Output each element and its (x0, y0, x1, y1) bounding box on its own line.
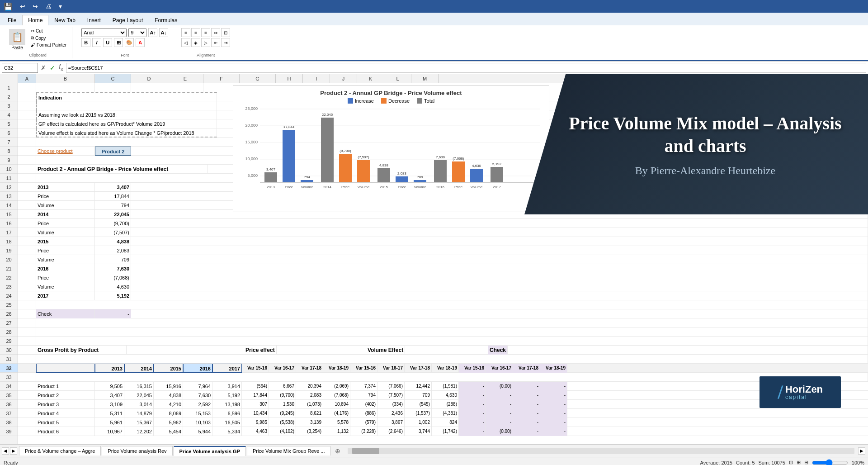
cell-a30[interactable] (18, 346, 36, 355)
cell-a35[interactable] (18, 391, 36, 400)
row-4[interactable]: 4 (0, 110, 18, 119)
row-30[interactable]: 30 (0, 346, 18, 355)
cell-a34[interactable] (18, 382, 36, 391)
cell-rest21[interactable] (131, 264, 868, 273)
cell-a18[interactable] (18, 237, 36, 246)
cell-rest33[interactable] (36, 373, 868, 382)
sheet-tab-1[interactable]: Price & Volume change – Aggre (19, 446, 101, 456)
align-right-btn[interactable]: ▷ (201, 38, 210, 47)
cell-rest17[interactable] (131, 228, 868, 237)
scrollbar-thumb[interactable] (352, 448, 379, 454)
increase-font-btn[interactable]: A↑ (148, 28, 157, 37)
cell-rest22[interactable] (131, 273, 868, 282)
cell-a38[interactable] (18, 418, 36, 427)
cell-d1[interactable] (131, 83, 167, 92)
align-top-right-btn[interactable]: ≡ (201, 28, 210, 37)
tab-nav-right[interactable]: ▶ (10, 447, 17, 455)
normal-view-icon[interactable]: ⊡ (789, 460, 793, 465)
align-top-left-btn[interactable]: ≡ (181, 28, 190, 37)
cell-rest25[interactable] (36, 300, 868, 309)
cell-a24[interactable] (18, 291, 36, 300)
row-37[interactable]: 37 (0, 409, 18, 418)
more-tools-icon[interactable]: ▾ (59, 3, 62, 10)
cell-a37[interactable] (18, 409, 36, 418)
tab-page-layout[interactable]: Page Layout (107, 15, 149, 25)
row-10[interactable]: 10 (0, 165, 18, 174)
horizontal-scrollbar[interactable] (348, 448, 854, 454)
row-3[interactable]: 3 (0, 101, 18, 110)
cell-a4[interactable] (18, 110, 36, 119)
cell-rest19[interactable] (131, 246, 868, 255)
cell-a26[interactable] (18, 309, 36, 318)
cell-a5[interactable] (18, 119, 36, 128)
cell-a33[interactable] (18, 373, 36, 382)
row-6[interactable]: 6 (0, 128, 18, 138)
redo-icon[interactable]: ↪ (33, 3, 38, 10)
tab-file[interactable]: File (2, 15, 22, 25)
cancel-formula-icon[interactable]: ✗ (40, 64, 47, 71)
cell-b1[interactable] (36, 83, 95, 92)
row-31[interactable]: 31 (0, 355, 18, 364)
row-24[interactable]: 24 (0, 291, 18, 300)
cell-rest24[interactable] (131, 291, 868, 300)
row-32[interactable]: 32 (0, 364, 18, 373)
tab-home[interactable]: Home (22, 15, 48, 25)
sheet-tab-2[interactable]: Price Volume analysis Rev (102, 446, 172, 456)
col-header-k[interactable]: K (357, 74, 384, 83)
borders-button[interactable]: ⊞ (114, 38, 123, 47)
row-27[interactable]: 27 (0, 318, 18, 327)
cell-a12[interactable] (18, 183, 36, 192)
cell-a16[interactable] (18, 219, 36, 228)
cell-b3[interactable] (36, 101, 217, 110)
cell-rest20[interactable] (131, 255, 868, 264)
bold-button[interactable]: B (81, 38, 90, 47)
col-header-b[interactable]: B (36, 74, 95, 83)
row-8[interactable]: 8 (0, 147, 18, 156)
cell-a11[interactable] (18, 174, 36, 183)
align-top-center-btn[interactable]: ≡ (191, 28, 200, 37)
font-size-select[interactable]: 9 (128, 28, 146, 37)
page-layout-icon[interactable]: ⊞ (797, 460, 801, 465)
cell-a9[interactable] (18, 156, 36, 165)
row-2[interactable]: 2 (0, 92, 18, 101)
cell-a36[interactable] (18, 400, 36, 409)
print-icon[interactable]: 🖨 (45, 3, 52, 10)
cell-a31[interactable] (18, 355, 36, 364)
row-5[interactable]: 5 (0, 119, 18, 128)
cell-rest27[interactable] (36, 318, 868, 327)
col-header-c[interactable]: C (95, 74, 131, 83)
row-25[interactable]: 25 (0, 300, 18, 309)
col-header-j[interactable]: J (330, 74, 357, 83)
name-box[interactable] (2, 63, 38, 73)
font-color-button[interactable]: A (136, 38, 145, 47)
cell-a13[interactable] (18, 192, 36, 201)
row-9[interactable]: 9 (0, 156, 18, 165)
col-header-i[interactable]: I (303, 74, 330, 83)
row-35[interactable]: 35 (0, 391, 18, 400)
indent-more-btn[interactable]: ⇥ (221, 38, 230, 47)
cell-rest26[interactable] (131, 309, 868, 318)
cell-a10[interactable] (18, 165, 36, 174)
align-left-btn[interactable]: ◁ (181, 38, 190, 47)
cell-a20[interactable] (18, 255, 36, 264)
row-28[interactable]: 28 (0, 327, 18, 337)
confirm-formula-icon[interactable]: ✓ (49, 64, 56, 71)
row-29[interactable]: 29 (0, 337, 18, 346)
row-23[interactable]: 23 (0, 282, 18, 291)
product2-btn[interactable]: Product 2 (95, 147, 131, 156)
choose-product-btn[interactable]: Choose product (36, 147, 95, 156)
row-7[interactable]: 7 (0, 138, 18, 147)
col-header-a[interactable]: A (18, 74, 36, 83)
cell-a29[interactable] (18, 337, 36, 346)
row-15[interactable]: 15 (0, 210, 18, 219)
row-38[interactable]: 38 (0, 418, 18, 427)
save-icon[interactable]: 💾 (4, 2, 13, 11)
tab-insert[interactable]: Insert (81, 15, 107, 25)
insert-function-icon[interactable]: fx (58, 63, 64, 72)
italic-button[interactable]: I (92, 38, 101, 47)
page-break-icon[interactable]: ⊟ (804, 460, 808, 465)
paste-button[interactable]: 📋 Paste (7, 28, 27, 51)
row-16[interactable]: 16 (0, 219, 18, 228)
wrap-text-btn[interactable]: ⇔ (211, 28, 220, 37)
row-18[interactable]: 18 (0, 237, 18, 246)
